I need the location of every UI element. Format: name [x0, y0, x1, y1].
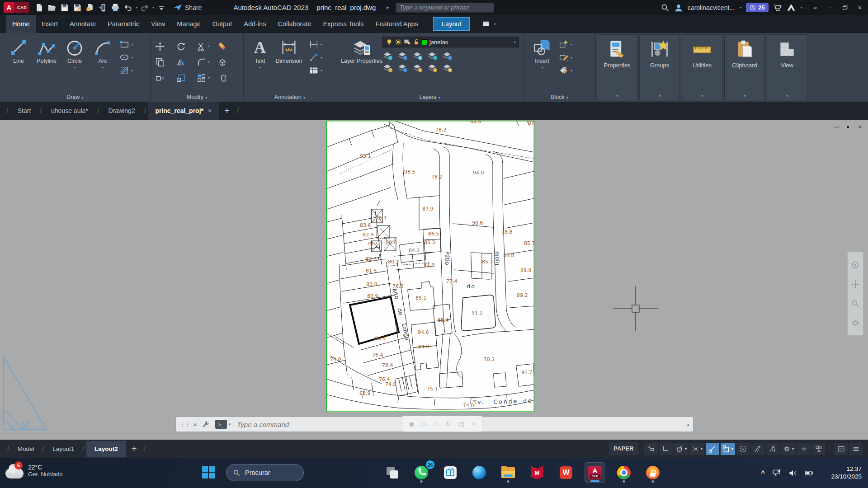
arc-button[interactable]: Arc ▾ — [89, 37, 117, 70]
paper-space-toggle[interactable]: PAPER — [609, 442, 638, 455]
osnap-settings-toggle[interactable]: ▾ — [721, 443, 735, 455]
layer-unlock-all-icon[interactable] — [427, 63, 438, 73]
pan-icon[interactable] — [851, 280, 860, 289]
layer-lock-icon[interactable] — [427, 51, 438, 61]
ribbon-tab-layout[interactable]: Layout — [433, 17, 470, 31]
annotation-autoscale-toggle[interactable] — [766, 443, 780, 455]
panel-draw-label[interactable]: Draw ▾ — [0, 94, 150, 100]
loop-icon[interactable]: ↻ — [445, 420, 451, 427]
settings-gear-toggle[interactable]: ▾ — [781, 443, 796, 455]
hatch-button[interactable]: ▾ — [119, 66, 133, 75]
customize-wrench-icon[interactable] — [202, 420, 210, 428]
fillet-button[interactable]: ▾ — [197, 54, 217, 70]
start-button[interactable] — [202, 466, 216, 479]
play-icon[interactable]: ▷ — [422, 420, 427, 427]
cart-icon[interactable] — [773, 3, 782, 12]
command-expand-icon[interactable]: ▴ — [687, 422, 689, 427]
drawing-area[interactable]: 78.284.697.93.198.578.294.087.976.790.68… — [0, 120, 868, 440]
ribbon-tab-add-ins[interactable]: Add-ins — [238, 15, 272, 33]
print-icon[interactable] — [110, 2, 121, 13]
file-tab-uhouse-aula-[interactable]: uhouse aula* — [44, 102, 95, 120]
command-close-icon[interactable]: × — [193, 421, 197, 428]
file-tab-Start[interactable]: Start — [10, 102, 38, 120]
object-snap-toggle[interactable] — [706, 443, 719, 455]
zoom-icon[interactable] — [851, 299, 860, 308]
layer-walk-icon[interactable] — [442, 63, 453, 73]
drawing-minimize-button[interactable]: ─ — [835, 123, 839, 130]
record-icon[interactable]: ◉ — [409, 420, 414, 427]
share-button[interactable]: Share — [173, 3, 202, 12]
mirror-button[interactable] — [176, 54, 197, 70]
ribbon-tab-annotate[interactable]: Annotate — [64, 15, 102, 33]
redo-dropdown-icon[interactable]: ▾ — [152, 5, 154, 9]
layer-isolate-icon[interactable] — [397, 51, 408, 61]
taskbar-edge-icon[interactable] — [469, 462, 490, 483]
new-file-icon[interactable] — [34, 2, 45, 13]
panel-annotation-label[interactable]: Annotation ▾ — [244, 94, 336, 100]
battery-icon[interactable] — [805, 469, 814, 478]
ribbon-tab-home[interactable]: Home — [6, 15, 36, 33]
panel-view-collapsed[interactable]: View▾ — [767, 34, 807, 100]
file-tab-close-icon[interactable]: × — [208, 107, 212, 114]
polar-tracking-toggle[interactable]: ▾ — [674, 443, 689, 455]
edit-attributes-button[interactable]: ▾ — [559, 66, 572, 75]
hidden-icons-chevron[interactable]: ^ — [761, 469, 765, 477]
leader-button[interactable]: ▾ — [309, 52, 322, 62]
panel-groups-collapsed[interactable]: Groups▾ — [639, 34, 680, 100]
command-input[interactable] — [236, 420, 408, 429]
layer-match-icon[interactable] — [442, 51, 453, 61]
zoom-doc-icon[interactable]: ▤ — [458, 420, 464, 427]
trial-days-badge[interactable]: 25 — [746, 3, 768, 12]
autodesk-a-icon[interactable] — [787, 3, 796, 12]
open-folder-icon[interactable] — [47, 2, 57, 13]
panel-block-label[interactable]: Block ▾ — [524, 94, 595, 100]
overflow-chevrons-icon[interactable]: » — [814, 4, 817, 11]
stretch-button[interactable] — [155, 70, 176, 86]
insert-button[interactable]: Insert ▾ — [528, 37, 556, 70]
layer-combo-dropdown-icon[interactable]: ▾ — [514, 40, 516, 44]
annotation-visibility-toggle[interactable] — [751, 443, 765, 455]
layer-unisolate-icon[interactable] — [397, 63, 408, 73]
isometric-drafting-toggle[interactable]: ▾ — [690, 443, 704, 455]
ribbon-display-dropdown-icon[interactable]: ▾ — [494, 22, 495, 26]
panel-modify-label[interactable]: Modify ▾ — [151, 94, 243, 100]
title-expand-icon[interactable]: ▸ — [387, 5, 389, 10]
ribbon-tab-express-tools[interactable]: Express Tools — [317, 15, 370, 33]
recent-commands-icon[interactable]: ▾ — [229, 422, 231, 427]
trim-button[interactable]: ▾ — [197, 38, 217, 54]
close-button[interactable]: × — [858, 4, 862, 11]
scale-button[interactable] — [176, 70, 197, 86]
panel-clipboard-collapsed[interactable]: Clipboard▾ — [724, 34, 765, 100]
ribbon-tab-insert[interactable]: Insert — [36, 15, 64, 33]
create-block-button[interactable]: ▾ — [559, 39, 572, 49]
taskbar-avast-browser-icon[interactable] — [642, 462, 663, 483]
taskbar-autocad-icon[interactable]: ACAD — [585, 462, 605, 483]
taskbar-whatsapp-icon[interactable]: 26 — [411, 462, 432, 483]
settings-gear-dropdown-icon[interactable]: ▾ — [792, 447, 794, 451]
taskbar-search[interactable]: Procurar — [226, 464, 304, 481]
text-button[interactable]: A Text ▾ — [248, 37, 272, 70]
network-icon[interactable] — [772, 469, 781, 478]
taskbar-microsoft-store-icon[interactable] — [440, 462, 461, 483]
taskbar-file-explorer-icon[interactable] — [498, 462, 519, 483]
weather-widget[interactable]: 5 22°C Ger. Nublado — [5, 462, 63, 479]
navigation-bar[interactable] — [847, 252, 863, 336]
username[interactable]: carolinacvicent... — [688, 4, 735, 11]
taskbar-mcafee-icon[interactable]: M — [527, 462, 547, 483]
ribbon-tab-collaborate[interactable]: Collaborate — [272, 15, 317, 33]
command-grip-icon[interactable]: ⋮⋮ — [179, 421, 189, 428]
search-icon[interactable] — [660, 3, 670, 12]
drawing-close-button[interactable]: × — [858, 123, 862, 130]
undo-dropdown-icon[interactable]: ▾ — [136, 5, 137, 9]
crosshair-size-toggle[interactable] — [797, 443, 811, 455]
stop-icon[interactable]: □ — [434, 420, 438, 427]
selection-cycling-toggle[interactable] — [736, 443, 750, 455]
ribbon-tab-view[interactable]: View — [145, 15, 171, 33]
layer-off-icon[interactable] — [382, 51, 393, 61]
layer-properties-button[interactable]: Layer Properties — [341, 37, 382, 64]
layout-tab-layout1[interactable]: Layout1 — [46, 441, 80, 456]
rotate-button[interactable] — [176, 38, 197, 54]
layer-freeze-icon[interactable] — [412, 51, 423, 61]
customization-menu-toggle[interactable] — [849, 443, 863, 455]
minimize-button[interactable]: ─ — [828, 4, 832, 11]
